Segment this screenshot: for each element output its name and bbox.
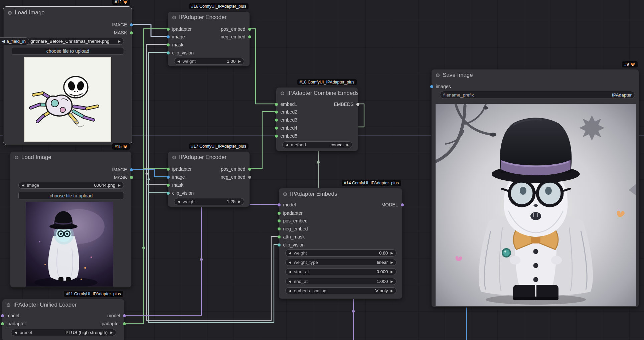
output-dot-neg-embed[interactable] xyxy=(248,176,251,179)
output-dot-neg-embed[interactable] xyxy=(248,35,251,38)
widget-left-arrow-icon[interactable]: ◀ xyxy=(22,184,24,187)
input-slot-embed3[interactable]: embed3 xyxy=(276,117,297,123)
image-filename-widget[interactable]: ◀ image 00044.png ▶ xyxy=(18,182,124,189)
node-title[interactable]: Save Image xyxy=(432,69,639,81)
input-slot-ipadapter[interactable]: ipadapter xyxy=(279,210,303,216)
output-slot-neg-embed[interactable]: neg_embed xyxy=(221,33,250,40)
output-slot-neg-embed[interactable]: neg_embed xyxy=(221,174,250,180)
method-widget[interactable]: ◀ method concat ▶ xyxy=(282,141,352,148)
output-slot-pos-embed[interactable]: pos_embed xyxy=(221,26,250,32)
input-dot-embed3[interactable] xyxy=(275,119,278,122)
output-dot-model[interactable] xyxy=(401,203,404,206)
input-dot-pos-embed[interactable] xyxy=(278,219,281,222)
widget-left-arrow-icon[interactable]: ◀ xyxy=(289,280,291,283)
weight-widget[interactable]: ◀ weight 0.80 ▶ xyxy=(285,249,396,257)
widget-right-arrow-icon[interactable]: ▶ xyxy=(238,60,241,63)
input-dot-embed4[interactable] xyxy=(275,127,278,130)
input-dot-clip-vision[interactable] xyxy=(167,192,170,195)
input-dot-image[interactable] xyxy=(167,176,170,179)
node-ipadapter-combine-embeds-18[interactable]: #18 ComfyUI_IPAdapter_plus IPAdapter Com… xyxy=(276,87,358,151)
input-dot-embed2[interactable] xyxy=(275,111,278,114)
node-save-image-9[interactable]: #9 Save Image images filename_prefix IPA… xyxy=(431,69,639,307)
input-dot-image[interactable] xyxy=(167,35,170,38)
output-slot-image[interactable]: IMAGE xyxy=(112,21,131,28)
output-slot-mask[interactable]: MASK xyxy=(114,174,131,181)
widget-right-arrow-icon[interactable]: ▶ xyxy=(118,184,121,187)
output-slot-ipadapter[interactable]: ipadapter xyxy=(101,320,124,327)
output-slot-model[interactable]: model xyxy=(107,312,124,319)
input-dot-ipadapter[interactable] xyxy=(278,212,281,215)
input-dot-ipadapter[interactable] xyxy=(1,322,4,325)
input-slot-image[interactable]: image xyxy=(168,33,185,40)
node-title[interactable]: IPAdapter Unified Loader xyxy=(2,299,124,311)
widget-right-arrow-icon[interactable]: ▶ xyxy=(390,270,393,274)
output-dot-embeds[interactable] xyxy=(356,103,359,106)
widget-left-arrow-icon[interactable]: ◀ xyxy=(289,270,291,274)
weight-widget[interactable]: ◀ weight 1.25 ▶ xyxy=(174,198,244,205)
input-slot-ipadapter[interactable]: ipadapter xyxy=(168,26,192,32)
widget-left-arrow-icon[interactable]: ◀ xyxy=(289,289,291,293)
widget-right-arrow-icon[interactable]: ▶ xyxy=(390,251,393,255)
input-dot-mask[interactable] xyxy=(167,43,170,46)
input-slot-embed1[interactable]: embed1 xyxy=(276,101,297,108)
node-ipadapter-embeds-14[interactable]: #14 ComfyUI_IPAdapter_plus IPAdapter Emb… xyxy=(279,188,402,299)
input-dot-images[interactable] xyxy=(430,85,433,88)
widget-left-arrow-icon[interactable]: ◀ xyxy=(289,261,291,264)
input-slot-clip-vision[interactable]: clip_vision xyxy=(168,49,194,56)
input-slot-model[interactable]: model xyxy=(279,201,296,208)
node-ipadapter-encoder-16[interactable]: #16 ComfyUI_IPAdapter_plus IPAdapter Enc… xyxy=(168,11,250,66)
widget-right-arrow-icon[interactable]: ▶ xyxy=(346,143,349,147)
output-slot-embeds[interactable]: EMBEDS xyxy=(334,101,358,108)
widget-right-arrow-icon[interactable]: ▶ xyxy=(238,200,241,203)
input-slot-mask[interactable]: mask xyxy=(168,182,183,188)
input-dot-ipadapter[interactable] xyxy=(167,168,170,171)
output-dot-mask[interactable] xyxy=(130,176,133,179)
input-slot-image[interactable]: image xyxy=(168,174,185,180)
node-load-image-15[interactable]: #15 Load Image IMAGE MASK ◀ image 00044.… xyxy=(10,151,132,288)
input-dot-model[interactable] xyxy=(278,203,281,206)
input-dot-attn-mask[interactable] xyxy=(278,235,281,238)
input-slot-clip-vision[interactable]: clip_vision xyxy=(279,241,305,248)
widget-right-arrow-icon[interactable]: ▶ xyxy=(390,261,393,264)
input-slot-embed4[interactable]: embed4 xyxy=(276,125,297,131)
end-at-widget[interactable]: ◀ end_at 1.000 ▶ xyxy=(285,278,396,285)
node-graph-canvas[interactable]: #12 Load Image IMAGE MASK ◀ Nightmare_Be… xyxy=(0,0,644,340)
node-load-image-12[interactable]: #12 Load Image IMAGE MASK ◀ Nightmare_Be… xyxy=(3,7,132,145)
input-slot-embed2[interactable]: embed2 xyxy=(276,109,297,115)
input-dot-model[interactable] xyxy=(1,314,4,317)
output-dot-pos-embed[interactable] xyxy=(248,28,251,31)
node-ipadapter-unified-loader-11[interactable]: #11 ComfyUI_IPAdapter_plus IPAdapter Uni… xyxy=(2,299,125,340)
input-slot-ipadapter[interactable]: ipadapter xyxy=(168,166,192,172)
input-dot-clip-vision[interactable] xyxy=(278,243,281,246)
widget-left-arrow-icon[interactable]: ◀ xyxy=(286,143,288,147)
output-dot-pos-embed[interactable] xyxy=(248,168,251,171)
node-title[interactable]: IPAdapter Combine Embeds xyxy=(276,88,358,99)
choose-file-button[interactable]: choose file to upload xyxy=(18,192,124,199)
offscreen-widget-fragment[interactable]: ◀ a_field_in xyxy=(0,37,29,45)
input-slot-clip-vision[interactable]: clip_vision xyxy=(168,190,194,196)
choose-file-button[interactable]: choose file to upload xyxy=(12,47,124,55)
input-dot-clip-vision[interactable] xyxy=(167,51,170,54)
input-slot-attn-mask[interactable]: attn_mask xyxy=(279,233,305,240)
input-slot-pos-embed[interactable]: pos_embed xyxy=(279,217,308,224)
widget-left-arrow-icon[interactable]: ◀ xyxy=(177,200,180,203)
output-slot-image[interactable]: IMAGE xyxy=(112,166,131,173)
widget-right-arrow-icon[interactable]: ▶ xyxy=(118,40,121,43)
output-slot-pos-embed[interactable]: pos_embed xyxy=(221,166,250,172)
node-title[interactable]: Load Image xyxy=(4,7,131,18)
input-slot-model[interactable]: model xyxy=(2,312,19,319)
input-dot-mask[interactable] xyxy=(167,184,170,187)
widget-right-arrow-icon[interactable]: ▶ xyxy=(110,331,113,334)
node-title[interactable]: IPAdapter Embeds xyxy=(279,188,402,200)
widget-right-arrow-icon[interactable]: ▶ xyxy=(390,280,393,283)
output-dot-mask[interactable] xyxy=(130,31,133,34)
widget-right-arrow-icon[interactable]: ▶ xyxy=(390,289,393,293)
input-dot-ipadapter[interactable] xyxy=(167,28,170,31)
filename-prefix-widget[interactable]: filename_prefix IPAdapter xyxy=(440,91,635,99)
node-title[interactable]: IPAdapter Encoder xyxy=(168,152,250,163)
embeds-scaling-widget[interactable]: ◀ embeds_scaling V only ▶ xyxy=(285,287,396,294)
node-title[interactable]: IPAdapter Encoder xyxy=(168,12,250,23)
output-dot-image[interactable] xyxy=(130,168,133,171)
node-title[interactable]: Load Image xyxy=(10,152,131,163)
node-ipadapter-encoder-17[interactable]: #17 ComfyUI_IPAdapter_plus IPAdapter Enc… xyxy=(168,151,250,207)
